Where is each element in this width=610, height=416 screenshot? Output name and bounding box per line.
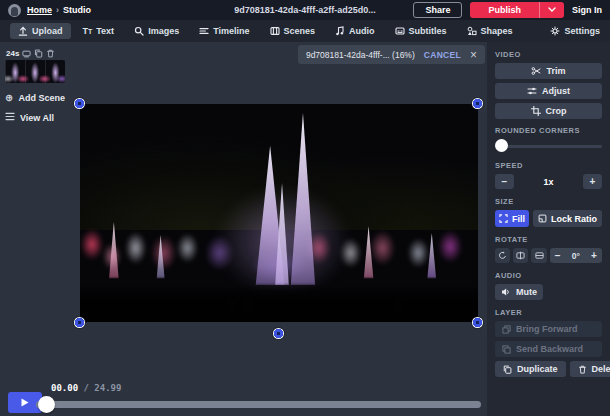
add-scene-label: Add Scene <box>18 93 65 103</box>
copy-icon <box>503 365 512 374</box>
rotate-angle-value[interactable]: 0° <box>566 248 586 263</box>
scene-options-icon[interactable] <box>22 49 31 58</box>
toolbar: Upload TT Text Images Timeline Scenes <box>0 20 610 42</box>
tab-subtitles[interactable]: Subtitles <box>387 23 455 39</box>
subtitles-icon <box>395 26 405 36</box>
breadcrumb: Home › Studio <box>27 5 91 15</box>
text-icon: TT <box>83 26 93 36</box>
delete-button[interactable]: Delete <box>570 361 610 377</box>
resize-handle-top-left[interactable] <box>74 98 85 109</box>
breadcrumb-separator: › <box>56 5 59 15</box>
publish-button[interactable]: Publish <box>470 2 564 18</box>
tab-shapes-label: Shapes <box>481 26 513 36</box>
speaker-icon <box>501 287 511 297</box>
tab-text[interactable]: TT Text <box>75 23 123 39</box>
duplicate-scene-icon[interactable] <box>34 49 43 58</box>
upload-progress-toast: 9d708181-42da-4fff-... (16%) CANCEL × <box>298 45 485 64</box>
share-button[interactable]: Share <box>413 2 462 18</box>
scene-filmstrip-thumbnail[interactable] <box>5 60 65 83</box>
search-icon <box>134 26 144 36</box>
project-title[interactable]: 9d708181-42da-4fff-a2ff-ad25d0... <box>234 5 376 15</box>
publish-dropdown-button[interactable] <box>539 2 564 18</box>
crop-button[interactable]: Crop <box>495 103 602 119</box>
rounded-corners-slider[interactable] <box>495 139 602 153</box>
mute-button[interactable]: Mute <box>495 284 543 300</box>
adjust-button[interactable]: Adjust <box>495 83 602 99</box>
rotate-angle-group: − 0° + <box>550 248 602 263</box>
resize-handle-top-right[interactable] <box>472 98 483 109</box>
bring-forward-label: Bring Forward <box>516 324 578 334</box>
slider-thumb[interactable] <box>495 139 508 152</box>
crop-icon <box>531 106 541 116</box>
settings-label: Settings <box>564 26 600 36</box>
trash-icon <box>578 365 587 374</box>
shapes-icon <box>467 26 477 36</box>
delete-scene-icon[interactable] <box>46 49 55 58</box>
tab-audio[interactable]: Audio <box>327 23 383 39</box>
scenes-icon <box>270 26 280 36</box>
app-logo[interactable] <box>8 4 21 17</box>
publish-label[interactable]: Publish <box>470 2 539 18</box>
tab-shapes[interactable]: Shapes <box>459 23 521 39</box>
tab-scenes[interactable]: Scenes <box>262 23 324 39</box>
mute-label: Mute <box>516 287 537 297</box>
tab-images[interactable]: Images <box>126 23 187 39</box>
speed-increase-button[interactable]: + <box>583 174 602 189</box>
tab-timeline[interactable]: Timeline <box>191 23 257 39</box>
rotate-90-button[interactable] <box>495 248 510 263</box>
rotate-decrease-button[interactable]: − <box>550 248 566 263</box>
tab-upload[interactable]: Upload <box>10 23 71 39</box>
trim-label: Trim <box>546 66 565 76</box>
canvas-workspace[interactable]: 24s ⊕ Add Scene View All <box>0 42 487 416</box>
lock-ratio-button[interactable]: Lock Ratio <box>533 210 602 227</box>
breadcrumb-home-link[interactable]: Home <box>27 5 52 15</box>
current-time: 00.00 <box>51 383 78 393</box>
rotate-increase-button[interactable]: + <box>586 248 602 263</box>
lock-ratio-icon <box>538 214 547 223</box>
resize-handle-bottom-right[interactable] <box>472 317 483 328</box>
bring-forward-icon <box>502 325 511 334</box>
tab-scenes-label: Scenes <box>284 26 316 36</box>
rotate-control: − 0° + <box>495 248 602 263</box>
settings-button[interactable]: Settings <box>550 26 600 36</box>
total-time: 24.99 <box>94 383 121 393</box>
fill-label: Fill <box>512 214 525 224</box>
resize-handle-bottom-left[interactable] <box>74 317 85 328</box>
rotate-icon <box>498 251 507 260</box>
duplicate-button[interactable]: Duplicate <box>495 361 566 377</box>
flip-horizontal-button[interactable] <box>513 248 528 263</box>
seek-bar-thumb[interactable] <box>38 396 55 413</box>
inspector-panel: VIDEO Trim Adjust Crop ROUNDED CORNERS S… <box>487 42 610 416</box>
crop-label: Crop <box>546 106 567 116</box>
header-actions: Share Publish Sign In <box>413 2 602 18</box>
delete-label: Delete <box>592 364 610 374</box>
send-backward-icon <box>502 345 511 354</box>
tab-timeline-label: Timeline <box>213 26 249 36</box>
view-all-button[interactable]: View All <box>4 112 66 123</box>
size-section-label: SIZE <box>495 197 602 206</box>
fill-button[interactable]: Fill <box>495 210 529 227</box>
duplicate-label: Duplicate <box>517 364 558 374</box>
playback-bar: 00.00 / 24.99 <box>0 378 487 416</box>
video-section-label: VIDEO <box>495 50 602 59</box>
send-backward-button: Send Backward <box>495 341 602 357</box>
rotate-handle[interactable] <box>273 328 284 339</box>
seek-bar-track[interactable] <box>36 401 481 408</box>
flip-vertical-button[interactable] <box>531 248 546 263</box>
music-note-icon <box>335 26 345 36</box>
sign-in-link[interactable]: Sign In <box>572 5 602 15</box>
sliders-icon <box>527 86 537 96</box>
speed-decrease-button[interactable]: − <box>495 174 514 189</box>
add-scene-button[interactable]: ⊕ Add Scene <box>4 93 66 103</box>
slider-track[interactable] <box>495 145 602 148</box>
close-icon[interactable]: × <box>470 49 477 61</box>
tab-upload-label: Upload <box>32 26 63 36</box>
trim-button[interactable]: Trim <box>495 63 602 79</box>
tab-subtitles-label: Subtitles <box>409 26 447 36</box>
scene-thumbnail-card[interactable]: 24s <box>4 47 66 84</box>
video-layer[interactable] <box>80 104 478 322</box>
layer-section-label: LAYER <box>495 308 602 317</box>
cancel-upload-button[interactable]: CANCEL <box>424 50 461 60</box>
view-all-label: View All <box>20 113 54 123</box>
speed-value: 1x <box>518 177 579 187</box>
